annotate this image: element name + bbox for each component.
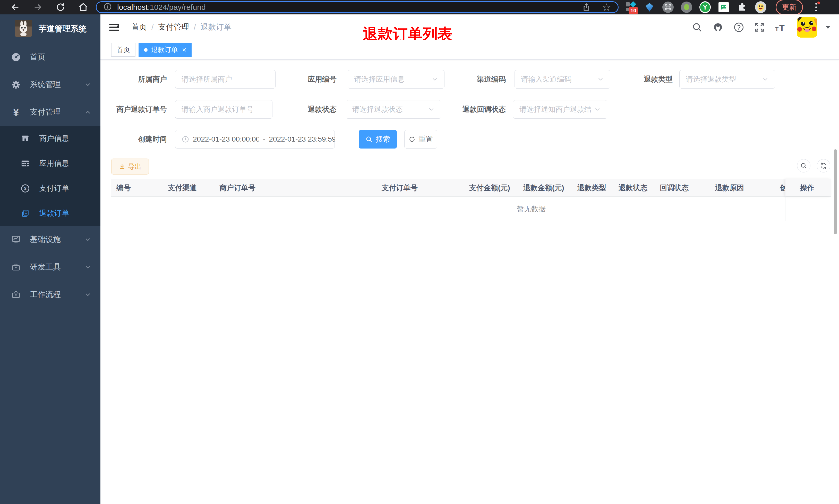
- url-host: localhost: [117, 3, 147, 11]
- grid-diamond-extension-icon[interactable]: 10: [625, 2, 637, 13]
- sidebar-item-home[interactable]: 首页: [0, 43, 101, 71]
- refund-type-select[interactable]: 请选择退款类型: [679, 70, 775, 89]
- sidebar-item-pay-order[interactable]: ¥ 支付订单: [0, 176, 101, 201]
- sidebar-item-dev-tools[interactable]: 研发工具: [0, 253, 101, 281]
- back-icon[interactable]: [10, 2, 20, 12]
- filter-label-refund-status: 退款状态: [265, 100, 337, 119]
- search-icon[interactable]: [692, 22, 702, 33]
- window-scrollbar[interactable]: [834, 149, 837, 234]
- close-icon[interactable]: ×: [182, 46, 186, 54]
- filter-label-app: 应用编号: [265, 70, 337, 89]
- page-content: 所属商户 应用编号 请选择应用信息 渠道编码 请输入渠道编码 退款类型 请选择退…: [101, 60, 839, 504]
- share-icon[interactable]: [582, 3, 591, 12]
- refresh-table-button[interactable]: [817, 159, 830, 173]
- column-header: 退款金额(元): [518, 179, 572, 196]
- search-button[interactable]: 搜索: [359, 130, 397, 148]
- sidebar-item-refund-order[interactable]: 退款订单: [0, 201, 101, 226]
- merchant-input[interactable]: [175, 70, 275, 89]
- font-size-icon[interactable]: TT: [774, 22, 787, 33]
- svg-text:¥: ¥: [24, 186, 26, 191]
- y-extension-icon[interactable]: Y: [699, 2, 711, 13]
- github-icon[interactable]: [712, 22, 724, 33]
- tab-refund-order[interactable]: 退款订单 ×: [139, 43, 192, 57]
- help-icon[interactable]: [733, 22, 744, 33]
- browser-chrome: localhost:1024/pay/refund ☆ 10 Y 更新: [0, 0, 839, 14]
- sidebar-item-workflow[interactable]: 工作流程: [0, 281, 101, 308]
- export-button-label: 导出: [128, 162, 141, 171]
- sidebar-submenu-payment: 商户信息 应用信息 ¥ 支付订单 退款订单: [0, 126, 101, 226]
- sidebar-item-app-info[interactable]: 应用信息: [0, 151, 101, 176]
- fullscreen-icon[interactable]: [754, 22, 765, 33]
- top-navbar: 首页 / 支付管理 / 退款订单 退款订单列表 TT: [101, 14, 839, 40]
- breadcrumb-separator: /: [194, 23, 196, 32]
- yen-circle-icon: ¥: [20, 184, 31, 193]
- end-date-value[interactable]: 2022-01-23 23:59:59: [269, 135, 335, 143]
- table-empty-row: 暂无数据: [111, 197, 831, 221]
- url-text: localhost:1024/pay/refund: [117, 3, 206, 12]
- browser-menu-icon[interactable]: [814, 3, 818, 11]
- sidebar-item-label: 应用信息: [39, 158, 69, 168]
- refund-status-select[interactable]: 请选择退款状态: [346, 100, 441, 119]
- toggle-search-button[interactable]: [797, 159, 810, 173]
- channel-select[interactable]: 请输入渠道编码: [515, 70, 610, 89]
- column-header: 商户订单号: [214, 179, 376, 196]
- forward-icon: [33, 2, 43, 12]
- sidebar-logo[interactable]: 芋道管理系统: [0, 14, 101, 43]
- url-path: :1024/pay/refund: [147, 3, 206, 11]
- sidebar-item-label: 退款订单: [39, 208, 69, 218]
- shop-icon: [20, 134, 31, 143]
- avatar[interactable]: [797, 17, 817, 38]
- sidebar-item-payment[interactable]: ¥ 支付管理: [0, 98, 101, 126]
- sidebar-item-infrastructure[interactable]: 基础设施: [0, 226, 101, 253]
- refresh-icon: [820, 162, 827, 169]
- browser-nav-buttons: [0, 2, 96, 12]
- breadcrumb-home[interactable]: 首页: [131, 22, 147, 32]
- app-select[interactable]: 请选择应用信息: [347, 70, 445, 89]
- browser-update-button[interactable]: 更新: [775, 0, 803, 15]
- refund-table: 编号 支付渠道 商户订单号 支付订单号 支付金额(元) 退款金额(元) 退款类型…: [111, 179, 831, 221]
- chevron-down-icon: [85, 236, 91, 243]
- app-window: 芋道管理系统 首页 系统管理 ¥ 支付管理 商户信息 应用信息: [0, 14, 839, 504]
- gear-icon: [10, 80, 22, 90]
- column-header: 支付金额(元): [464, 179, 518, 196]
- sidebar-item-system[interactable]: 系统管理: [0, 71, 101, 98]
- gem-extension-icon[interactable]: [644, 2, 655, 13]
- select-placeholder: 请选择应用信息: [354, 74, 428, 84]
- puzzle-extensions-icon[interactable]: [736, 2, 748, 13]
- download-icon: [119, 163, 125, 170]
- svg-text:T: T: [775, 26, 779, 32]
- main-area: 首页 / 支付管理 / 退款订单 退款订单列表 TT 首: [101, 14, 839, 504]
- merchant-refund-no-input[interactable]: [175, 100, 272, 119]
- logo-image: [15, 20, 32, 38]
- reset-button-label: 重置: [418, 134, 433, 144]
- green-dot-extension-icon[interactable]: [681, 2, 692, 13]
- home-icon[interactable]: [78, 2, 88, 12]
- sidebar: 芋道管理系统 首页 系统管理 ¥ 支付管理 商户信息 应用信息: [0, 14, 101, 504]
- tab-home[interactable]: 首页: [111, 43, 136, 57]
- page-info-icon[interactable]: [103, 2, 112, 12]
- create-time-range-picker[interactable]: 2022-01-23 00:00:00 - 2022-01-23 23:59:5…: [175, 130, 335, 148]
- toolbox-icon: [10, 263, 22, 272]
- extension-badge: 10: [629, 7, 638, 14]
- select-placeholder: 请选择退款类型: [686, 74, 759, 84]
- emoji-avatar-extension-icon[interactable]: [755, 2, 766, 13]
- sidebar-item-merchant-info[interactable]: 商户信息: [0, 126, 101, 151]
- dashboard-icon: [10, 52, 22, 62]
- sidebar-item-label: 系统管理: [30, 79, 61, 90]
- monitor-chart-icon: [10, 235, 22, 244]
- reload-icon[interactable]: [56, 2, 66, 12]
- notify-status-select[interactable]: 请选择通知商户退款结果的回调状态: [513, 100, 607, 119]
- start-date-value[interactable]: 2022-01-23 00:00:00: [193, 135, 259, 143]
- table-header-row: 编号 支付渠道 商户订单号 支付订单号 支付金额(元) 退款金额(元) 退款类型…: [111, 179, 831, 197]
- filter-label-refund-type: 退款类型: [601, 70, 673, 89]
- avatar-caret-down-icon[interactable]: [826, 26, 830, 29]
- command-extension-icon[interactable]: [662, 2, 674, 13]
- bookmark-star-icon[interactable]: ☆: [602, 2, 611, 12]
- reset-button[interactable]: 重置: [404, 130, 437, 148]
- url-bar[interactable]: localhost:1024/pay/refund ☆: [96, 1, 619, 13]
- filter-label-merchant: 所属商户: [95, 70, 167, 89]
- collapse-sidebar-icon[interactable]: [109, 23, 120, 32]
- breadcrumb-payment[interactable]: 支付管理: [158, 22, 189, 32]
- export-button[interactable]: 导出: [111, 159, 149, 175]
- chat-extension-icon[interactable]: [718, 2, 729, 13]
